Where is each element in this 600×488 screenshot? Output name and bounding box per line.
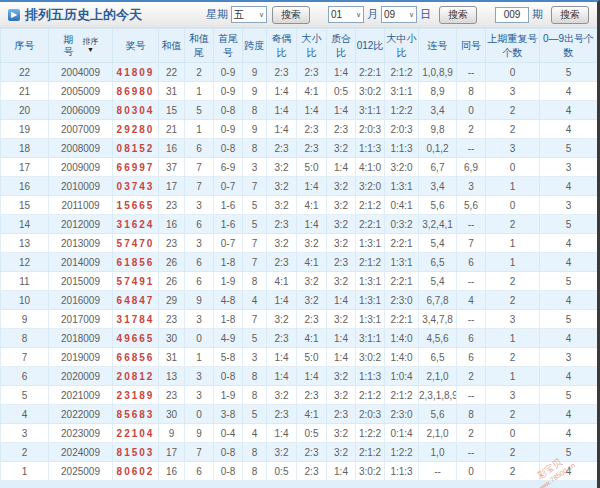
search-issue-button[interactable]: 搜索	[551, 6, 589, 24]
table-cell: 2019009	[49, 348, 113, 367]
table-cell: 5	[243, 196, 267, 215]
table-cell: 7	[185, 177, 214, 196]
table-cell: 2:3	[297, 63, 327, 82]
table-cell: 3:2	[297, 272, 327, 291]
column-header-3: 和值	[159, 29, 185, 63]
table-cell: 8	[243, 101, 267, 120]
table-cell: 15665	[113, 196, 159, 215]
issue-input[interactable]	[495, 7, 529, 23]
table-cell: 2,1,0	[419, 424, 457, 443]
table-cell: 1	[486, 177, 540, 196]
table-cell: 3:2	[327, 367, 356, 386]
table-cell: 0:5	[297, 424, 327, 443]
table-cell: 1	[486, 367, 540, 386]
table-cell: 1:0:4	[385, 367, 419, 386]
table-cell: 2016009	[49, 291, 113, 310]
table-cell: 4	[540, 462, 598, 481]
table-cell: 2022009	[49, 405, 113, 424]
table-cell: 7	[243, 310, 267, 329]
chevron-down-icon: ∨	[259, 11, 264, 19]
day-select[interactable]: 09 ∨	[381, 6, 417, 23]
table-cell: 1:4	[267, 367, 297, 386]
table-cell: 16	[159, 139, 185, 158]
month-select[interactable]: 01 ∨	[328, 6, 364, 23]
search-date-button[interactable]: 搜索	[439, 6, 477, 24]
table-cell: 0-8	[214, 367, 243, 386]
table-cell: 64847	[113, 291, 159, 310]
table-cell: 5	[540, 386, 598, 405]
table-cell: 16	[1, 177, 49, 196]
table-cell: 12	[1, 253, 49, 272]
table-cell: 4	[540, 367, 598, 386]
table-cell: 2:3	[267, 63, 297, 82]
table-cell: 0-7	[214, 177, 243, 196]
table-cell: 0:5	[327, 82, 356, 101]
table-cell: 4-9	[214, 329, 243, 348]
table-cell: 1:3:1	[356, 272, 385, 291]
table-cell: 5	[243, 329, 267, 348]
day-select-value: 09	[384, 9, 395, 20]
table-cell: 6-9	[214, 158, 243, 177]
column-header-5: 首尾号	[214, 29, 243, 63]
table-cell: 2010009	[49, 177, 113, 196]
table-cell: 1:4	[267, 424, 297, 443]
table-cell: 0-4	[214, 424, 243, 443]
table-cell: 0	[486, 63, 540, 82]
table-cell: 1:4:0	[385, 348, 419, 367]
week-select-value: 五	[234, 8, 244, 22]
table-cell: 6	[185, 462, 214, 481]
table-cell: 16	[159, 462, 185, 481]
search-week-button[interactable]: 搜索	[272, 6, 310, 24]
table-cell: 4	[243, 424, 267, 443]
table-cell: 29280	[113, 120, 159, 139]
table-cell: 6,9	[457, 158, 486, 177]
table-cell: 4	[540, 177, 598, 196]
table-cell: 4	[540, 424, 598, 443]
table-cell: 5	[243, 405, 267, 424]
table-cell: 2008009	[49, 139, 113, 158]
table-cell: 85683	[113, 405, 159, 424]
table-cell: 3	[185, 310, 214, 329]
table-cell: 66856	[113, 348, 159, 367]
table-cell: 3:0:2	[356, 462, 385, 481]
table-cell: 31624	[113, 215, 159, 234]
table-cell: 4	[243, 291, 267, 310]
week-label: 星期	[206, 7, 228, 22]
table-cell: 8	[243, 272, 267, 291]
table-row: 202006009803041550-881:41:41:43:1:11:2:2…	[1, 101, 598, 120]
table-cell: 6	[185, 215, 214, 234]
table-cell: 2:0:3	[356, 405, 385, 424]
table-cell: 15	[159, 101, 185, 120]
table-cell: 2:1:2	[356, 196, 385, 215]
table-cell: 3:1:1	[385, 82, 419, 101]
table-cell: 11	[1, 272, 49, 291]
table-cell: 1:4	[267, 291, 297, 310]
table-cell: 3,2,4,1	[419, 215, 457, 234]
table-cell: 31	[159, 348, 185, 367]
table-cell: 2:2:1	[385, 310, 419, 329]
table-cell: 0	[457, 462, 486, 481]
table-cell: 3,4	[419, 177, 457, 196]
table-cell: 4:1	[297, 196, 327, 215]
table-cell: 2012009	[49, 215, 113, 234]
table-cell: 7	[185, 443, 214, 462]
table-cell: 19	[1, 120, 49, 139]
table-cell: 0,1,2	[419, 139, 457, 158]
table-cell: 2018009	[49, 329, 113, 348]
table-cell: 2:3	[267, 329, 297, 348]
month-label: 月	[367, 7, 378, 22]
history-today-panel: ▶ 排列五历史上的今天 星期 五 ∨ 搜索 01 ∨ 月 09 ∨	[0, 0, 600, 488]
table-header: 序号期号排序▼奖号和值和值尾首尾号跨度奇偶比大小比质合比012比大中小比连号同号…	[1, 29, 598, 63]
week-select[interactable]: 五 ∨	[231, 6, 267, 23]
table-cell: 2,1,0	[419, 367, 457, 386]
table-cell: 3:2:0	[356, 177, 385, 196]
table-cell: 14	[1, 215, 49, 234]
table-cell: 0-8	[214, 462, 243, 481]
table-cell: 7	[185, 158, 214, 177]
table-cell: 1-9	[214, 386, 243, 405]
table-cell: 4-8	[214, 291, 243, 310]
table-cell: 3:2	[267, 386, 297, 405]
table-cell: 2	[486, 443, 540, 462]
table-cell: 1:4	[267, 82, 297, 101]
sort-issue-button[interactable]: 排序▼	[83, 37, 99, 54]
